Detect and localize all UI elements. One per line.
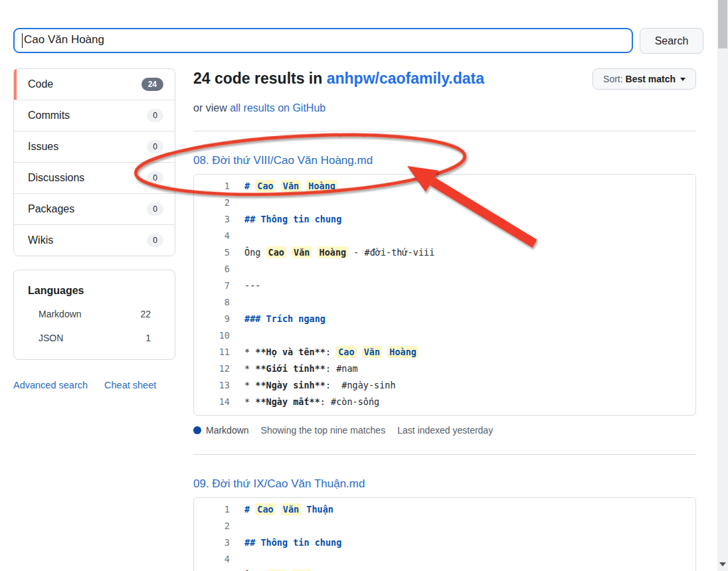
code-segment: *	[244, 347, 255, 357]
line-number[interactable]: 4	[194, 228, 230, 244]
language-dot-icon	[193, 426, 201, 434]
count-badge: 0	[147, 109, 163, 122]
cheat-sheet-link[interactable]: Cheat sheet	[104, 380, 156, 390]
code-segment: *	[244, 363, 255, 374]
search-results-page: Search Code24Commits0Issues0Discussions0…	[0, 0, 728, 571]
code-text: Ông Cao Văn Hoàng - #đời-thứ-viii	[244, 244, 434, 261]
highlighted-match: Văn	[281, 503, 301, 515]
count-badge: 0	[147, 140, 163, 153]
view-all-link[interactable]: all results on GitHub	[230, 102, 325, 114]
code-line: 4	[194, 551, 695, 568]
code-segment	[276, 181, 281, 191]
languages-title: Languages	[14, 270, 175, 302]
advanced-search-link[interactable]: Advanced search	[13, 380, 88, 390]
search-input[interactable]	[13, 28, 633, 53]
code-line: 7---	[194, 278, 695, 294]
file-link[interactable]: 09. Đời thứ IX/Cao Văn Thuận.md	[193, 477, 365, 491]
line-number[interactable]: 2	[194, 195, 230, 211]
code-preview: 1# Cao Văn Hoàng23## Thông tin chung45Ôn…	[193, 174, 696, 416]
code-segment	[286, 247, 292, 258]
quick-links: Advanced searchCheat sheet	[13, 380, 175, 390]
view-all-line: or view all results on GitHub	[193, 102, 696, 114]
nav-item-label: Discussions	[28, 172, 84, 184]
language-name: JSON	[39, 333, 63, 343]
line-number[interactable]: 11	[194, 344, 230, 361]
language-filter-json[interactable]: JSON1	[14, 326, 175, 350]
text-cursor	[22, 33, 23, 48]
language-label: Markdown	[206, 425, 249, 436]
code-segment: : #còn-sống	[320, 396, 379, 407]
scrollbar-thumb[interactable]	[718, 0, 727, 48]
sidebar: Code24Commits0Issues0Discussions0Package…	[13, 68, 175, 390]
line-number[interactable]: 1	[194, 501, 230, 518]
chevron-down-icon	[680, 78, 685, 81]
language-filter-markdown[interactable]: Markdown22	[14, 302, 175, 326]
line-number[interactable]: 3	[194, 211, 230, 228]
code-segment	[357, 347, 362, 357]
code-line: 3## Thông tin chung	[194, 211, 695, 228]
language-name: Markdown	[39, 309, 82, 319]
code-segment	[312, 247, 317, 258]
highlighted-match: Hoàng	[306, 180, 337, 192]
file-link[interactable]: 08. Đời thứ VIII/Cao Văn Hoàng.md	[193, 154, 373, 167]
sort-dropdown[interactable]: Sort: Best match	[592, 68, 696, 90]
sort-label: Sort: Best match	[603, 74, 676, 84]
code-text: # Cao Văn Hoàng	[244, 178, 337, 195]
code-segment: *	[244, 380, 255, 390]
language-chip: Markdown	[193, 425, 249, 436]
line-number[interactable]: 3	[194, 534, 230, 551]
line-number[interactable]: 12	[194, 361, 230, 377]
line-number[interactable]: 1	[194, 178, 230, 195]
sidebar-nav: Code24Commits0Issues0Discussions0Package…	[13, 68, 175, 256]
sidebar-item-commits[interactable]: Commits0	[14, 100, 175, 131]
line-number[interactable]: 13	[194, 377, 230, 394]
code-segment: Thuận	[301, 504, 333, 515]
line-number[interactable]: 9	[194, 311, 230, 327]
code-text: * **Họ và tên**: Cao Văn Hoàng	[244, 344, 418, 361]
code-line: 1# Cao Văn Thuận	[194, 501, 695, 518]
code-segment: Ông	[244, 247, 266, 258]
code-segment: **Ngày sinh**	[255, 380, 325, 390]
line-number[interactable]: 5	[194, 568, 230, 571]
line-number[interactable]: 4	[194, 551, 230, 568]
code-segment: : #nam	[325, 363, 358, 374]
sidebar-item-wikis[interactable]: Wikis0	[14, 225, 175, 256]
languages-panel: Languages Markdown22JSON1	[13, 270, 175, 360]
line-number[interactable]: 7	[194, 278, 230, 294]
matches-note: Showing the top nine matches	[261, 425, 386, 436]
sidebar-item-issues[interactable]: Issues0	[14, 131, 175, 163]
line-number[interactable]: 10	[194, 327, 230, 344]
code-line: 5Ông Cao Văn Thuận - #đời-thứ-ix	[194, 568, 695, 571]
results-count-text: 24 code results in	[193, 70, 327, 87]
nav-item-label: Code	[28, 78, 53, 90]
language-count: 1	[145, 333, 151, 343]
search-button[interactable]: Search	[640, 28, 703, 54]
code-line: 10	[194, 327, 695, 344]
code-segment: ---	[244, 280, 260, 291]
code-segment: ## Thông tin chung	[244, 214, 341, 224]
highlighted-match: Cao	[255, 503, 275, 515]
highlighted-match: Hoàng	[318, 246, 349, 258]
scroll-down-arrow-icon[interactable]	[719, 562, 726, 566]
sidebar-item-discussions[interactable]: Discussions0	[14, 163, 175, 194]
count-badge: 0	[147, 234, 163, 247]
code-segment: ## Thông tin chung	[244, 537, 341, 548]
line-number[interactable]: 2	[194, 518, 230, 534]
repo-link[interactable]: anhpw/caofamily.data	[327, 70, 484, 87]
sidebar-item-code[interactable]: Code24	[14, 69, 175, 100]
nav-item-label: Issues	[28, 141, 58, 153]
code-preview: 1# Cao Văn Thuận23## Thông tin chung45Ôn…	[193, 497, 696, 571]
line-number[interactable]: 14	[194, 394, 230, 410]
line-number[interactable]: 8	[194, 294, 230, 311]
sidebar-item-packages[interactable]: Packages0	[14, 194, 175, 225]
code-text: * **Ngày sinh**: #ngày-sinh	[244, 377, 396, 394]
results-heading: 24 code results in anhpw/caofamily.data	[193, 68, 484, 88]
line-number[interactable]: 5	[194, 244, 230, 261]
code-line: 9### Trích ngang	[194, 311, 695, 327]
code-text: * **Ngày mất**: #còn-sống	[244, 394, 379, 410]
code-segment	[276, 504, 281, 515]
scrollbar-track[interactable]	[717, 0, 728, 571]
code-text: Ông Cao Văn Thuận - #đời-thứ-ix	[244, 568, 420, 571]
code-line: 4	[194, 228, 695, 244]
line-number[interactable]: 6	[194, 261, 230, 278]
